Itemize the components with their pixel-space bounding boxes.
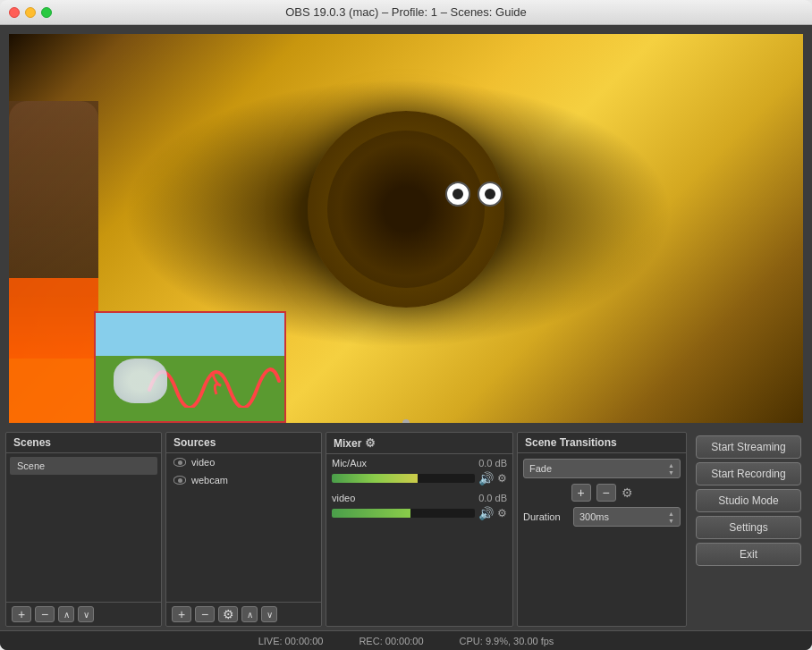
source-settings-button[interactable]: ⚙ [218, 606, 238, 622]
scenes-list: Scene [6, 453, 161, 602]
mixer-header: Mixer ⚙ [326, 433, 512, 454]
mixer-bar-aux-bg [332, 474, 475, 483]
sources-label: Sources [173, 436, 216, 449]
scene-transitions-label: Scene Transitions [525, 436, 617, 449]
minimize-button[interactable] [25, 7, 36, 18]
maximize-button[interactable] [41, 7, 52, 18]
duration-label: Duration [523, 511, 568, 522]
main-content: Scenes Scene + − ∧ ∨ Sources video [0, 25, 812, 650]
scene-transitions-panel: Scene Transitions Fade ▲ ▼ + − [517, 432, 687, 627]
mixer-bar-video-bg [332, 509, 475, 518]
mixer-channel-aux: Mic/Aux 0.0 dB 🔊 ⚙ [326, 454, 512, 489]
duration-input[interactable]: 300ms ▲ ▼ [573, 507, 681, 527]
source-item-webcam[interactable]: webcam [166, 471, 321, 489]
add-transition-button[interactable]: + [571, 484, 591, 502]
right-pupil [485, 189, 495, 199]
transitions-content: Fade ▲ ▼ + − ⚙ Duration [518, 453, 686, 532]
duration-value: 300ms [579, 511, 609, 522]
mixer-bar-video-container: 🔊 ⚙ [332, 506, 507, 520]
mixer-channel-video-name: video [332, 493, 355, 503]
left-pupil [453, 189, 463, 199]
transition-gear-icon[interactable]: ⚙ [622, 485, 633, 500]
googly-eyes [445, 181, 503, 207]
duration-arrows-icon: ▲ ▼ [668, 511, 674, 524]
scenes-label: Scenes [13, 436, 51, 449]
title-bar: OBS 19.0.3 (mac) – Profile: 1 – Scenes: … [0, 0, 812, 25]
traffic-lights [9, 7, 52, 18]
mixer-channel-video-db: 0.0 dB [478, 493, 507, 503]
mixer-channel-video-header: video 0.0 dB [332, 493, 507, 503]
close-button[interactable] [9, 7, 20, 18]
sunflower-center [308, 111, 504, 308]
left-eye [445, 181, 470, 207]
transitions-toolbar: + − ⚙ [523, 484, 681, 502]
mixer-mute-video-icon[interactable]: 🔊 [478, 506, 494, 520]
add-source-button[interactable]: + [172, 606, 191, 622]
scene-up-button[interactable]: ∧ [58, 606, 74, 622]
source-item-video[interactable]: video [166, 453, 321, 471]
exit-button[interactable]: Exit [696, 543, 801, 566]
remove-source-button[interactable]: − [195, 606, 215, 622]
preview-dot [402, 419, 410, 423]
rec-status: REC: 00:00:00 [359, 636, 423, 646]
start-recording-button[interactable]: Start Recording [696, 462, 801, 485]
visibility-eye-video[interactable] [173, 458, 186, 467]
mixer-mute-aux-icon[interactable]: 🔊 [478, 471, 494, 485]
mixer-settings-aux-icon[interactable]: ⚙ [497, 472, 507, 485]
live-status: LIVE: 00:00:00 [258, 636, 324, 646]
right-buttons-panel: Start Streaming Start Recording Studio M… [690, 432, 807, 627]
mixer-bar-aux-container: 🔊 ⚙ [332, 471, 507, 485]
source-name-video: video [191, 457, 215, 468]
mixer-channel-video: video 0.0 dB 🔊 ⚙ [326, 489, 512, 524]
studio-mode-button[interactable]: Studio Mode [696, 489, 801, 512]
sources-header: Sources [166, 433, 321, 453]
add-scene-button[interactable]: + [12, 606, 31, 622]
mixer-bar-video-fill [332, 509, 410, 518]
scene-down-button[interactable]: ∨ [78, 606, 94, 622]
panels-row: Scenes Scene + − ∧ ∨ Sources video [0, 428, 812, 630]
fade-select-row: Fade ▲ ▼ [523, 459, 681, 478]
mixer-channel-aux-name: Mic/Aux [332, 458, 367, 469]
source-name-webcam: webcam [191, 475, 228, 485]
status-bar: LIVE: 00:00:00 REC: 00:00:00 CPU: 9.9%, … [0, 630, 812, 650]
mixer-channel-aux-header: Mic/Aux 0.0 dB [332, 458, 507, 469]
mixer-settings-video-icon[interactable]: ⚙ [497, 507, 507, 519]
duration-row: Duration 300ms ▲ ▼ [523, 507, 681, 527]
start-streaming-button[interactable]: Start Streaming [696, 435, 801, 459]
scenes-panel: Scenes Scene + − ∧ ∨ [5, 432, 162, 627]
cartoon-overlay [94, 311, 286, 423]
source-up-button[interactable]: ∧ [241, 606, 258, 622]
preview-background [9, 34, 803, 423]
remove-scene-button[interactable]: − [35, 606, 55, 622]
mixer-panel: Mixer ⚙ Mic/Aux 0.0 dB 🔊 ⚙ [326, 432, 513, 627]
sources-toolbar: + − ⚙ ∧ ∨ [166, 602, 321, 626]
settings-button[interactable]: Settings [696, 516, 801, 539]
mixer-channel-aux-db: 0.0 dB [478, 458, 507, 469]
mixer-bar-aux-fill [332, 474, 418, 483]
scenes-toolbar: + − ∧ ∨ [6, 602, 161, 626]
transition-type-value: Fade [529, 463, 552, 474]
scenes-header: Scenes [6, 433, 161, 453]
cpu-status: CPU: 9.9%, 30.00 fps [460, 636, 554, 646]
transition-type-select[interactable]: Fade ▲ ▼ [523, 459, 681, 478]
right-eye [478, 181, 503, 207]
select-arrows-icon: ▲ ▼ [668, 462, 674, 476]
scene-item[interactable]: Scene [10, 457, 157, 475]
mixer-label: Mixer [334, 437, 361, 450]
wookiee-character [9, 101, 98, 423]
mixer-gear-icon[interactable]: ⚙ [365, 436, 376, 450]
cartoon-content [96, 313, 284, 421]
source-down-button[interactable]: ∨ [261, 606, 277, 622]
sources-panel: Sources video webcam + − ⚙ ∧ ∨ [165, 432, 322, 627]
scene-transitions-header: Scene Transitions [518, 433, 686, 453]
visibility-eye-webcam[interactable] [173, 476, 186, 485]
preview-area [9, 34, 803, 423]
window-title: OBS 19.0.3 (mac) – Profile: 1 – Scenes: … [285, 5, 527, 19]
sources-list: video webcam [166, 453, 321, 602]
remove-transition-button[interactable]: − [596, 484, 616, 502]
